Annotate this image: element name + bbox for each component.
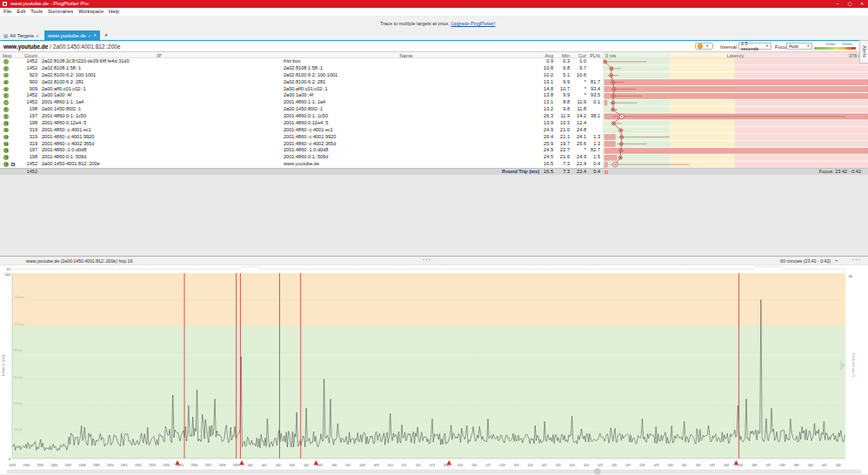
app-window: www.youtube.de - PingPlotter Pro –▢✕ Fil… xyxy=(0,0,868,475)
hop-avg: 26.4 xyxy=(527,134,553,141)
hop-number-badge: 8 xyxy=(3,107,9,112)
hop-number-badge: 11 xyxy=(3,128,9,133)
hop-number-badge: 10 xyxy=(3,121,9,126)
svg-text:027: 027 xyxy=(625,464,631,467)
add-tab-button[interactable]: + xyxy=(100,31,112,40)
hop-packet-loss: 1.3 xyxy=(584,141,600,148)
scale-100-label: 100ms xyxy=(825,42,836,46)
maximize-button[interactable]: ▢ xyxy=(844,0,856,8)
hop-cur: 9.7 xyxy=(570,65,586,72)
svg-text:026: 026 xyxy=(611,464,617,467)
svg-text:030: 030 xyxy=(668,464,673,467)
tab-close-icon[interactable]: ✕ xyxy=(93,33,97,37)
hop-avg: 26.3 xyxy=(527,113,553,120)
summary-count: 1452 xyxy=(14,169,37,175)
hop-avg: 13.9 xyxy=(527,120,553,127)
pause-button[interactable]: ▼ xyxy=(695,43,713,50)
tab-youtube[interactable]: www.youtube.de ✓ ✕ xyxy=(44,30,100,40)
svg-text:100 ms: 100 ms xyxy=(15,323,25,326)
svg-text:013: 013 xyxy=(430,464,435,467)
hop-number-badge: 4 xyxy=(3,80,9,85)
svg-text:2354: 2354 xyxy=(163,464,170,467)
hop-min: 7.3 xyxy=(553,161,570,168)
upgrade-link[interactable]: Upgrade PingPlotter! xyxy=(451,21,495,26)
svg-text:▼: ▼ xyxy=(835,259,838,263)
menu-item-workspace[interactable]: Workspace xyxy=(76,8,106,16)
menu-bar: FileEditToolsSummariesWorkspaceHelp xyxy=(0,8,868,16)
close-button[interactable]: ✕ xyxy=(856,0,868,8)
hop-name: 2a02:8100:6:2::281 xyxy=(284,79,325,86)
chevron-down-icon[interactable]: ▼ xyxy=(706,44,709,48)
svg-text:2350: 2350 xyxy=(107,464,114,467)
tab-all-targets[interactable]: ▦ All Targets ✕ xyxy=(0,31,43,40)
svg-text:2349: 2349 xyxy=(93,464,100,467)
timeline-panel: www.youtube.de (2a00:1450:4001:812::200e… xyxy=(0,256,868,475)
hop-name: fritz.box xyxy=(284,58,301,65)
svg-text:008: 008 xyxy=(360,464,365,467)
svg-text:60 ms: 60 ms xyxy=(15,376,23,379)
svg-text:024: 024 xyxy=(584,464,589,467)
hop-count: 198 xyxy=(14,106,37,113)
hop-ip: 2001:4860::c:4002:365d xyxy=(42,141,94,148)
hop-min: 9.9 xyxy=(553,79,570,86)
svg-text:2343: 2343 xyxy=(9,464,16,467)
svg-text:023: 023 xyxy=(570,464,575,467)
hop-min: 21.6 xyxy=(553,154,570,161)
svg-text:2359: 2359 xyxy=(233,464,240,467)
timeline-graph[interactable]: www.youtube.de (2a00:1450:4001:812::200e… xyxy=(0,257,868,475)
svg-text:025: 025 xyxy=(598,464,603,467)
summary-row[interactable]: 1452 Round Trip (ms) 16.5 7.3 22.4 0.4 F… xyxy=(0,168,868,175)
alerts-side-tab[interactable]: Alerts xyxy=(859,40,868,64)
svg-text:036: 036 xyxy=(751,464,757,467)
hop-name: 2a00:1450:80f2::1 xyxy=(284,106,323,113)
hop-ip: 2001:4860:0:1::509d xyxy=(42,154,86,161)
summary-avg: 16.5 xyxy=(527,169,553,175)
focus-select[interactable]: Auto ▼ xyxy=(786,43,812,50)
hop-number-badge: 9 xyxy=(3,114,9,119)
svg-text:35: 35 xyxy=(6,267,10,271)
hop-count: 319 xyxy=(14,141,37,148)
hop-avg: 14.8 xyxy=(527,86,553,93)
target-summary-bar: www.youtube.de / 2a00:1450:4001:812::200… xyxy=(0,41,868,51)
svg-text:016: 016 xyxy=(471,464,477,467)
hop-ip: 2a02:8100:6:2::281 xyxy=(42,79,83,86)
grid-icon: ▦ xyxy=(3,33,8,38)
tab-close-icon[interactable]: ✕ xyxy=(36,34,39,38)
hop-ip: 2a00:1450:4001:812::200e xyxy=(42,161,100,168)
hop-number-badge: 2 xyxy=(3,66,9,71)
svg-text:2353: 2353 xyxy=(149,464,156,467)
hop-avg: 24.5 xyxy=(527,154,553,161)
menu-item-summaries[interactable]: Summaries xyxy=(45,8,76,16)
menu-item-tools[interactable]: Tools xyxy=(28,8,45,16)
hop-min: 19.7 xyxy=(553,141,570,148)
svg-text:010: 010 xyxy=(388,464,393,467)
hop-min: 21.0 xyxy=(553,127,570,134)
minimize-button[interactable]: – xyxy=(831,0,844,8)
menu-item-edit[interactable]: Edit xyxy=(14,8,28,16)
hop-min: 21.1 xyxy=(553,134,570,141)
menu-item-file[interactable]: File xyxy=(1,8,14,16)
svg-text:015: 015 xyxy=(457,464,463,467)
hop-name: 2a00:1a00::4f xyxy=(284,92,313,99)
hop-count: 1452 xyxy=(14,161,37,168)
svg-text:020: 020 xyxy=(528,464,533,467)
menu-item-help[interactable]: Help xyxy=(106,8,122,16)
hop-name: 2001:4860:0:1::509d xyxy=(284,154,328,161)
hop-ip: 2001:4860:1:1::1a4 xyxy=(42,99,83,106)
svg-text:001: 001 xyxy=(262,464,267,467)
upgrade-banner: Trace to multiple targets at once. Upgra… xyxy=(0,16,868,30)
svg-text:0: 0 xyxy=(9,457,11,461)
banner-text: Trace to multiple targets at once. Upgra… xyxy=(380,21,495,26)
hop-count: 198 xyxy=(14,154,37,161)
svg-text:2356: 2356 xyxy=(190,464,197,467)
svg-text:2358: 2358 xyxy=(219,464,226,467)
hop-packet-loss: 93.5 xyxy=(584,92,600,99)
hop-number-badge: 16 xyxy=(3,162,9,167)
timeline-scrollbar[interactable] xyxy=(7,469,861,475)
interval-select[interactable]: 2.5 seconds ▼ xyxy=(738,43,771,50)
svg-text:2352: 2352 xyxy=(135,464,142,467)
svg-text:006: 006 xyxy=(331,464,337,467)
chevron-down-icon: ▼ xyxy=(766,44,769,48)
app-icon xyxy=(3,2,7,6)
svg-text:038: 038 xyxy=(780,464,785,467)
